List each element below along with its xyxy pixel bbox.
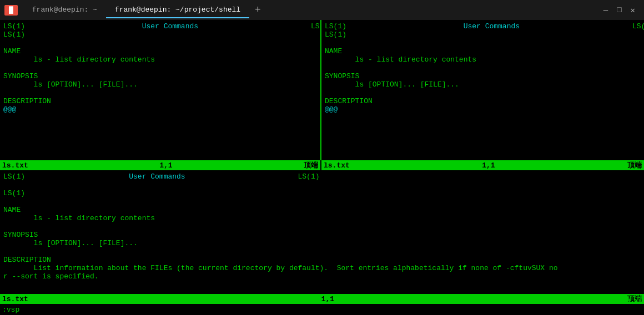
command-line-text: :vsp	[2, 306, 19, 314]
titlebar: █ frank@deepin: ~ frank@deepin: ~/projec…	[0, 0, 644, 20]
tab-1[interactable]: frank@deepin: ~	[23, 2, 106, 18]
terminal-area: LS(1) User Commands LS(1) LS(1) NAME ls …	[0, 20, 644, 315]
bottom-pane[interactable]: LS(1) User Commands LS(1) LS(1) NAME ls …	[0, 170, 644, 294]
status-bar-bottom: ls.txt 1,1 顶端 https://blog.csdn.net/xK_x…	[0, 294, 644, 304]
status-row-top: ls.txt 1,1 顶端 ls.txt 1,1 顶端	[0, 160, 644, 170]
bottom-pane-content: LS(1) User Commands LS(1) LS(1) NAME ls …	[3, 172, 641, 281]
status-bar-right: ls.txt 1,1 顶端	[321, 160, 644, 170]
status-right-scroll: 顶端	[627, 160, 642, 170]
pane-left-header: LS(1) User Commands LS(1)	[3, 22, 317, 31]
bottom-status-position: 1,1	[28, 295, 627, 303]
status-right-position: 1,1	[350, 161, 627, 170]
status-left-filename: ls.txt	[2, 161, 28, 170]
pane-left-top[interactable]: LS(1) User Commands LS(1) LS(1) NAME ls …	[0, 20, 321, 160]
maximize-button[interactable]: □	[617, 6, 621, 15]
top-split: LS(1) User Commands LS(1) LS(1) NAME ls …	[0, 20, 644, 160]
pane-right-top[interactable]: LS(1) User Commands LS(1) LS(1) NAME ls …	[321, 20, 644, 160]
pane-right-header: LS(1) User Commands LS(1)	[325, 22, 641, 31]
status-bar-left: ls.txt 1,1 顶端	[0, 160, 321, 170]
status-right-filename: ls.txt	[324, 161, 350, 170]
csdn-watermark: https://blog.csdn.net/xK_xx	[543, 297, 642, 304]
close-button[interactable]: ✕	[631, 6, 635, 15]
new-tab-button[interactable]: +	[249, 1, 266, 19]
pane-right-content: LS(1) NAME ls - list directory contents …	[325, 31, 641, 114]
status-left-position: 1,1	[28, 161, 304, 170]
pane-left-content: LS(1) NAME ls - list directory contents …	[3, 31, 317, 114]
window-controls: — □ ✕	[603, 6, 640, 15]
command-line[interactable]: :vsp	[0, 304, 644, 315]
tab-2[interactable]: frank@deepin: ~/project/shell	[106, 2, 249, 18]
bottom-status-filename: ls.txt	[2, 295, 28, 303]
status-left-scroll: 顶端	[304, 160, 318, 170]
minimize-button[interactable]: —	[603, 6, 608, 15]
terminal-logo: █	[4, 5, 18, 16]
